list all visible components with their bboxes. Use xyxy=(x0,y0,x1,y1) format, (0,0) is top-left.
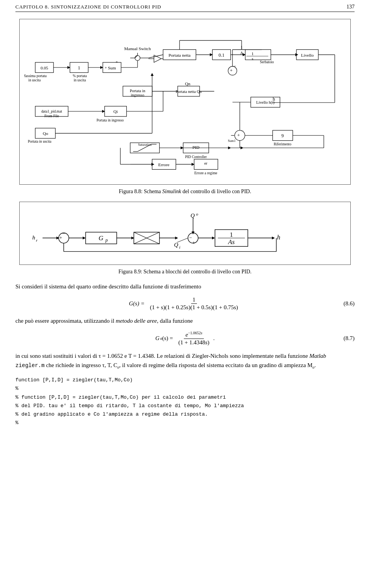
svg-text:+: + xyxy=(116,60,118,64)
svg-text:p: p xyxy=(105,238,108,243)
svg-text:ingresso: ingresso xyxy=(131,93,144,97)
figure2-caption: Figura 8.9: Schema a blocchi del control… xyxy=(15,269,355,275)
svg-text:in uscita: in uscita xyxy=(29,78,41,82)
svg-text:1: 1 xyxy=(251,51,254,56)
svg-text:0.1: 0.1 xyxy=(219,52,224,58)
figure2-box: h r + − G p Q o − + Q i xyxy=(19,202,351,265)
svg-text:0.05: 0.05 xyxy=(40,66,48,70)
svg-text:Livello h(t): Livello h(t) xyxy=(256,100,275,105)
svg-marker-51 xyxy=(295,53,298,56)
code-line-1: function [P,I,D] = ziegler(tau,T,Mo,Co) xyxy=(15,376,355,384)
svg-text:−: − xyxy=(241,128,244,134)
svg-text:Q: Q xyxy=(190,212,195,219)
svg-text:% portata: % portata xyxy=(73,74,87,78)
eq2-lhs2: (s) = xyxy=(162,335,173,342)
svg-text:−: − xyxy=(62,231,65,236)
code-line-4: % del PID. tau e' il tempo di ritardo, T… xyxy=(15,402,355,410)
svg-text:G: G xyxy=(99,234,103,242)
intro-text: Si consideri il sistema del quarto ordin… xyxy=(15,282,355,291)
chapter-title: CAPITOLO 8. SINTONIZZAZIONE DI CONTROLLO… xyxy=(15,4,161,10)
svg-text:+: + xyxy=(192,240,195,246)
svg-text:Portata in: Portata in xyxy=(130,89,146,93)
svg-marker-113 xyxy=(240,147,244,150)
code-line-3: % function [P,I,D] = ziegler(tau,T,Mo,Co… xyxy=(15,393,355,402)
svg-rect-40 xyxy=(245,50,271,60)
svg-text:Sum1: Sum1 xyxy=(228,139,235,143)
svg-marker-145 xyxy=(175,237,178,240)
svg-line-155 xyxy=(177,238,188,242)
svg-text:Errore a regime: Errore a regime xyxy=(194,171,217,175)
code-line-5: % del gradino applicato e Co l'ampiezza … xyxy=(15,410,355,419)
svg-text:er: er xyxy=(204,161,208,165)
svg-text:1: 1 xyxy=(78,65,80,71)
svg-text:Massima portata: Massima portata xyxy=(24,74,47,78)
blocchi-svg: h r + − G p Q o − + Q i xyxy=(24,208,346,258)
eq2-lhs: G xyxy=(155,335,160,342)
svg-text:1: 1 xyxy=(230,231,233,238)
svg-text:data1_pid.mat: data1_pid.mat xyxy=(41,110,62,113)
svg-text:h: h xyxy=(32,234,35,241)
svg-marker-163 xyxy=(272,237,275,240)
simulink-diagram: Manual Switch 0.05 Massima portata in us… xyxy=(24,25,346,180)
svg-marker-28 xyxy=(154,55,161,62)
svg-text:Qn: Qn xyxy=(185,81,190,86)
eq1-lhs: G(s) = xyxy=(129,300,145,307)
svg-text:Portata netta Qn: Portata netta Qn xyxy=(176,89,202,94)
svg-text:+: + xyxy=(105,66,107,70)
svg-text:s: s xyxy=(252,57,253,61)
svg-text:Portata netta: Portata netta xyxy=(168,53,190,57)
svg-text:Serbatoio: Serbatoio xyxy=(260,60,274,64)
svg-text:1: 1 xyxy=(240,45,243,49)
simulink-svg: Manual Switch 0.05 Massima portata in us… xyxy=(24,25,346,180)
body-text: Si consideri il sistema del quarto ordin… xyxy=(15,282,355,291)
svg-text:Qi: Qi xyxy=(113,109,118,114)
eq2-denominator: (1 + 1.4348s) xyxy=(177,339,211,346)
svg-text:From File: From File xyxy=(44,114,59,118)
eq1-denominator: (1 + s)(1 + 0.25s)(1 + 0.5s)(1 + 0.75s) xyxy=(148,304,239,311)
svg-text:Riferimento: Riferimento xyxy=(274,142,291,146)
svg-marker-157 xyxy=(212,237,215,240)
svg-text:in uscita: in uscita xyxy=(74,78,86,82)
svg-text:As: As xyxy=(228,238,235,246)
eq1-numerator: 1 xyxy=(191,297,197,304)
figure1-box: Manual Switch 0.05 Massima portata in us… xyxy=(19,19,351,185)
svg-point-1 xyxy=(135,56,140,61)
svg-text:9: 9 xyxy=(281,133,284,138)
eq1-fraction: 1 (1 + s)(1 + 0.25s)(1 + 0.5s)(1 + 0.75s… xyxy=(148,297,239,311)
svg-text:A: A xyxy=(240,51,243,55)
eq2-number: (8.7) xyxy=(343,335,355,342)
svg-line-26 xyxy=(148,55,163,58)
svg-text:PID: PID xyxy=(192,145,199,150)
code-block: function [P,I,D] = ziegler(tau,T,Mo,Co) … xyxy=(15,376,355,427)
svg-text:Livello: Livello xyxy=(301,53,314,57)
svg-text:o: o xyxy=(196,212,198,216)
svg-text:h: h xyxy=(277,234,281,241)
eq1-number: (8.6) xyxy=(343,300,355,307)
svg-marker-124 xyxy=(151,163,155,166)
page-number: 137 xyxy=(346,4,355,10)
svg-text:Errore: Errore xyxy=(158,162,170,167)
figure1-caption: Figura 8.8: Schema Simulink del controll… xyxy=(15,189,355,195)
svg-text:Saturation: Saturation xyxy=(138,143,152,147)
svg-text:Sum: Sum xyxy=(108,66,116,70)
svg-text:i: i xyxy=(179,245,180,249)
svg-text:+: + xyxy=(59,235,62,241)
eq2-fraction: e−1.0652s (1 + 1.4348s) xyxy=(177,331,211,346)
svg-text:Q: Q xyxy=(174,241,178,248)
body-text2: in cui sono stati sostituiti i valori di… xyxy=(15,351,355,371)
svg-text:−: − xyxy=(234,64,236,69)
svg-text:PID Controller: PID Controller xyxy=(185,155,207,159)
svg-text:r: r xyxy=(36,238,38,243)
svg-text:Portata in uscita: Portata in uscita xyxy=(28,140,52,143)
page-header: CAPITOLO 8. SINTONIZZAZIONE DI CONTROLLO… xyxy=(15,0,355,12)
code-line-2: % xyxy=(15,384,355,393)
eq2-numerator: e−1.0652s xyxy=(184,331,204,339)
svg-marker-77 xyxy=(151,73,154,76)
equation-86: G(s) = 1 (1 + s)(1 + 0.25s)(1 + 0.5s)(1 … xyxy=(15,297,355,311)
svg-text:Qo: Qo xyxy=(43,131,48,136)
svg-text:+: + xyxy=(237,133,240,138)
equation-87: Ga(s) = e−1.0652s (1 + 1.4348s) . (8.7) xyxy=(15,331,355,346)
eq2-intro-text: che può essere approssimata, utilizzando… xyxy=(15,316,355,325)
svg-text:+: + xyxy=(230,68,233,73)
svg-text:−: − xyxy=(189,235,192,241)
